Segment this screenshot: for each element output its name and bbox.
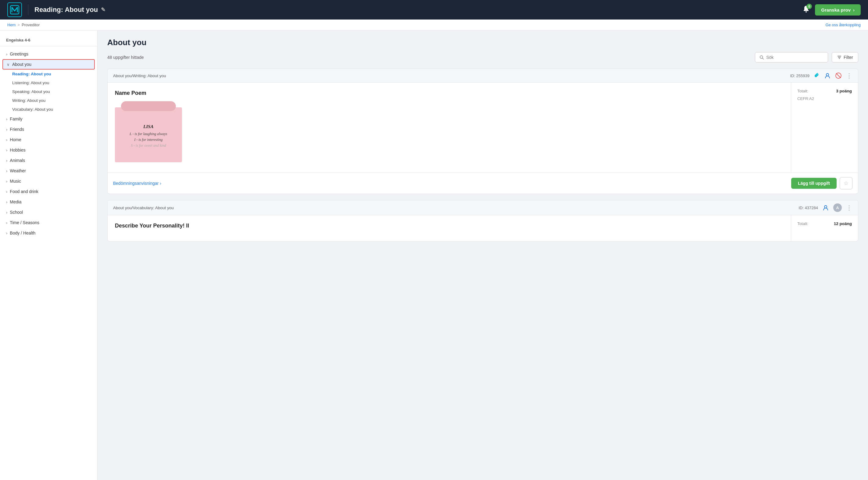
user-button-1[interactable] [824, 72, 831, 79]
breadcrumb-home[interactable]: Hem [7, 23, 16, 27]
sidebar-label-hobbies: Hobbies [10, 148, 25, 152]
attachment-button[interactable] [814, 72, 820, 79]
card-1: About you/Writing: About you ID: 255939 [107, 69, 858, 194]
sidebar-label-media: Media [10, 200, 21, 204]
chevron-right-icon: › [6, 148, 7, 152]
sidebar-label-music: Music [10, 179, 21, 184]
sidebar-item-family[interactable]: › Family [0, 114, 97, 124]
filter-button[interactable]: Filter [832, 52, 858, 62]
totalt-value-2: 12 poäng [834, 221, 852, 226]
page-title: About you [107, 38, 858, 47]
poem-illustration: LISA L - is for laughing always I - is f… [115, 101, 182, 162]
card-1-header: About you/Writing: About you ID: 255939 [107, 69, 858, 83]
totalt-label-2: Totalt: [797, 221, 808, 226]
sidebar-item-greetings[interactable]: › Greetings [0, 49, 97, 59]
filter-icon [837, 55, 842, 60]
notification-button[interactable]: 0 [802, 5, 810, 14]
sidebar-item-body-health[interactable]: › Body / Health [0, 228, 97, 238]
more-button-2[interactable]: ⋮ [846, 204, 852, 211]
sidebar-label-greetings: Greetings [10, 52, 28, 56]
poem-line-2: I - is for interesting [134, 138, 163, 142]
breadcrumb-sep: > [18, 23, 20, 27]
card-1-info: Totalt: 3 poäng CEFR:A2 [791, 83, 858, 173]
chevron-right-icon: › [6, 158, 7, 163]
chevron-right-icon: › [6, 127, 7, 132]
sidebar-item-media[interactable]: › Media [0, 197, 97, 207]
sidebar-heading: Engelska 4-6 [0, 35, 97, 47]
card-1-main: Name Poem LISA L - is for laughing alway… [107, 83, 791, 173]
chevron-right-icon: › [6, 52, 7, 56]
header-right: 0 Granska prov › [802, 4, 861, 16]
sidebar-item-friends[interactable]: › Friends [0, 124, 97, 134]
svg-point-7 [826, 73, 829, 76]
card-2-info: Totalt: 12 poäng [791, 215, 858, 241]
chevron-right-icon: › [6, 169, 7, 173]
sidebar-label-body-health: Body / Health [10, 231, 35, 235]
more-button-1[interactable]: ⋮ [846, 72, 852, 79]
sidebar-item-weather[interactable]: › Weather [0, 166, 97, 176]
sidebar-label-weather: Weather [10, 168, 26, 173]
content-area: About you 48 uppgifter hittade [97, 30, 868, 480]
card-1-body: Name Poem LISA L - is for laughing alway… [107, 83, 858, 173]
sidebar-sub-vocabulary[interactable]: Vocabulary: About you [12, 105, 97, 114]
avatar-2: A [833, 203, 842, 212]
card-1-title: Name Poem [115, 90, 783, 96]
sidebar-sub-writing[interactable]: Writing: About you [12, 96, 97, 105]
sidebar-label-food-drink: Food and drink [10, 189, 38, 194]
assessment-link-1[interactable]: Bedömningsanvisningar › [113, 181, 161, 186]
chevron-right-icon: › [6, 189, 7, 194]
search-filter: Filter [755, 52, 858, 62]
search-icon [760, 55, 764, 60]
svg-line-3 [763, 58, 764, 59]
sidebar-label-animals: Animals [10, 158, 25, 163]
totalt-value-1: 3 poäng [836, 89, 852, 93]
sidebar-sub-speaking[interactable]: Speaking: About you [12, 87, 97, 96]
poem-line-3: S - is for sweet and kind [131, 143, 166, 148]
svg-line-9 [836, 73, 841, 78]
edit-icon[interactable]: ✎ [101, 6, 105, 13]
sidebar-label-family: Family [10, 117, 22, 121]
cancel-button-1[interactable] [835, 72, 842, 79]
sidebar-item-food-drink[interactable]: › Food and drink [0, 186, 97, 197]
poem-name: LISA [143, 124, 153, 129]
svg-point-1 [806, 11, 807, 12]
sidebar-item-hobbies[interactable]: › Hobbies [0, 145, 97, 155]
sidebar: Engelska 4-6 › Greetings ∨ About you Rea… [0, 30, 97, 480]
feedback-link[interactable]: Ge oss återkoppling [825, 23, 861, 27]
chevron-right-icon: › [6, 210, 7, 215]
header-divider [28, 4, 28, 15]
sidebar-sub-listening[interactable]: Listening: About you [12, 79, 97, 87]
card-1-header-right: ID: 255939 [790, 72, 852, 79]
search-input[interactable] [766, 55, 824, 60]
results-count: 48 uppgifter hittade [107, 55, 144, 60]
chevron-right-icon: › [6, 220, 7, 225]
card-2-main: Describe Your Personality! II [107, 215, 791, 241]
sidebar-item-animals[interactable]: › Animals [0, 155, 97, 166]
add-button-1[interactable]: Lägg till uppgift [791, 178, 837, 189]
user-button-2[interactable] [822, 204, 829, 211]
breadcrumb-bar: Hem > Proveditor Ge oss återkoppling [0, 20, 868, 30]
card-1-footer: Bedömningsanvisningar › Lägg till uppgif… [107, 173, 858, 193]
sidebar-item-time-seasons[interactable]: › Time / Seasons [0, 217, 97, 228]
card-2: About you/Vocabulary: About you ID: 4372… [107, 200, 858, 242]
granska-button[interactable]: Granska prov › [815, 4, 861, 16]
card-1-id: ID: 255939 [790, 73, 809, 78]
chevron-down-icon: ∨ [7, 62, 10, 67]
poem-line-1: L - is for laughing always [129, 132, 167, 136]
card-1-breadcrumb: About you/Writing: About you [113, 73, 166, 78]
card-1-footer-right: Lägg till uppgift ☆ [791, 177, 852, 189]
sidebar-label-time-seasons: Time / Seasons [10, 220, 39, 225]
star-button-1[interactable]: ☆ [840, 177, 852, 189]
header-title: Reading: About you ✎ [34, 6, 797, 14]
sidebar-item-school[interactable]: › School [0, 207, 97, 217]
chevron-right-icon: › [6, 179, 7, 184]
search-box[interactable] [755, 52, 828, 62]
results-bar: 48 uppgifter hittade Filter [107, 52, 858, 62]
sidebar-item-about-you[interactable]: ∨ About you [2, 59, 95, 69]
chevron-right-icon: › [6, 117, 7, 121]
chevron-right-icon: › [6, 200, 7, 204]
sidebar-item-music[interactable]: › Music [0, 176, 97, 186]
sidebar-item-home[interactable]: › Home [0, 134, 97, 145]
breadcrumb-current: Proveditor [22, 23, 40, 27]
sidebar-sub-reading[interactable]: Reading: About you [12, 69, 97, 79]
